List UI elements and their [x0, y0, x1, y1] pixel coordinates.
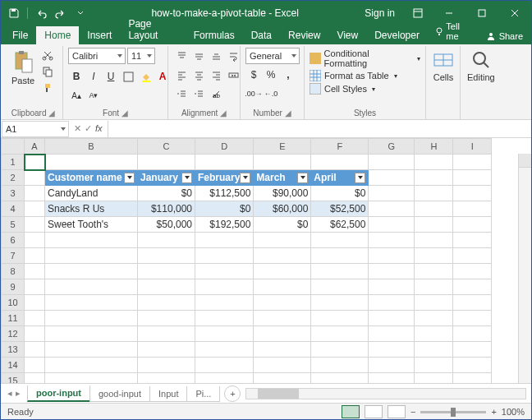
cell[interactable]: [45, 155, 138, 170]
cell[interactable]: [369, 233, 415, 248]
cell[interactable]: [415, 373, 453, 384]
row-header[interactable]: 7: [2, 248, 25, 264]
row-header[interactable]: 12: [2, 326, 25, 342]
worksheet-grid[interactable]: ABCDEFGHI12Customer nameJanuaryFebruaryM…: [1, 138, 531, 383]
cell[interactable]: Snacks R Us: [45, 201, 138, 217]
cell[interactable]: $62,500: [311, 217, 369, 233]
filter-icon[interactable]: [181, 173, 192, 183]
sheet-tab[interactable]: poor-input: [27, 385, 90, 402]
cell[interactable]: [138, 358, 195, 373]
cell[interactable]: [254, 233, 311, 248]
cell[interactable]: [311, 373, 369, 384]
font-size-combo[interactable]: 11: [127, 48, 155, 64]
cell[interactable]: [138, 342, 195, 358]
cell[interactable]: [369, 358, 415, 373]
cell[interactable]: [453, 295, 492, 311]
align-center-button[interactable]: [190, 67, 207, 83]
zoom-slider[interactable]: [420, 411, 486, 413]
vertical-scrollbar[interactable]: [518, 154, 531, 383]
cell[interactable]: [45, 233, 138, 248]
cell[interactable]: [453, 279, 492, 295]
row-header[interactable]: 2: [2, 170, 25, 186]
tab-home[interactable]: Home: [36, 26, 79, 44]
cell[interactable]: [415, 342, 453, 358]
cell[interactable]: [453, 233, 492, 248]
filter-icon[interactable]: [297, 173, 308, 183]
cell[interactable]: [311, 233, 369, 248]
row-header[interactable]: 3: [2, 186, 25, 201]
border-button[interactable]: [120, 68, 136, 85]
font-name-combo[interactable]: Calibri: [68, 48, 126, 64]
cell[interactable]: [45, 342, 138, 358]
increase-decimal-button[interactable]: .00→: [245, 85, 262, 102]
cell[interactable]: [25, 342, 45, 358]
cell[interactable]: February: [195, 170, 254, 186]
cell[interactable]: [254, 264, 311, 279]
filter-icon[interactable]: [240, 173, 250, 183]
cell[interactable]: [25, 279, 45, 295]
zoom-in-button[interactable]: +: [491, 407, 496, 417]
cell[interactable]: [415, 264, 453, 279]
view-page-break-button[interactable]: [388, 405, 406, 418]
fx-icon[interactable]: fx: [95, 123, 103, 134]
tab-formulas[interactable]: Formulas: [186, 26, 243, 44]
sheet-tab[interactable]: Pi...: [186, 386, 220, 402]
row-header[interactable]: 10: [2, 295, 25, 311]
cell[interactable]: [45, 326, 138, 342]
view-normal-button[interactable]: [342, 405, 360, 418]
cell[interactable]: [369, 264, 415, 279]
row-header[interactable]: 11: [2, 311, 25, 326]
orientation-button[interactable]: ab: [208, 85, 224, 102]
align-bottom-button[interactable]: [208, 48, 224, 64]
share-button[interactable]: Share: [478, 28, 531, 44]
zoom-out-button[interactable]: −: [410, 407, 415, 417]
cell[interactable]: [369, 295, 415, 311]
cell[interactable]: [25, 373, 45, 384]
cell[interactable]: [453, 155, 492, 170]
col-header[interactable]: E: [254, 139, 311, 155]
cell[interactable]: [453, 217, 492, 233]
sheet-tab[interactable]: Input: [149, 386, 187, 402]
comma-button[interactable]: ,: [280, 67, 296, 83]
cell[interactable]: [195, 233, 254, 248]
ribbon-options-icon[interactable]: [410, 5, 426, 21]
cell[interactable]: [453, 311, 492, 326]
cell[interactable]: $60,000: [254, 201, 311, 217]
cell[interactable]: $110,000: [138, 201, 195, 217]
cell[interactable]: [25, 358, 45, 373]
cell[interactable]: March: [254, 170, 311, 186]
row-header[interactable]: 13: [2, 342, 25, 358]
col-header[interactable]: B: [45, 139, 138, 155]
decrease-indent-button[interactable]: [173, 85, 190, 102]
tab-review[interactable]: Review: [280, 26, 328, 44]
cell[interactable]: [415, 170, 453, 186]
cell-styles-button[interactable]: Cell Styles▾: [310, 82, 375, 95]
tab-developer[interactable]: Developer: [366, 26, 428, 44]
cell[interactable]: $52,500: [311, 201, 369, 217]
cell[interactable]: [453, 170, 492, 186]
qat-customize-icon[interactable]: [72, 5, 89, 21]
copy-button[interactable]: [40, 64, 55, 79]
italic-button[interactable]: I: [85, 68, 102, 85]
shrink-font-button[interactable]: A▾: [85, 87, 102, 104]
cell[interactable]: [311, 155, 369, 170]
cell[interactable]: [453, 358, 492, 373]
cell[interactable]: [369, 311, 415, 326]
cell[interactable]: [25, 233, 45, 248]
tell-me[interactable]: Tell me: [428, 18, 478, 44]
cell[interactable]: [25, 311, 45, 326]
cell[interactable]: [195, 373, 254, 384]
cell[interactable]: [254, 358, 311, 373]
cell[interactable]: [453, 186, 492, 201]
save-icon[interactable]: [6, 5, 22, 21]
enter-formula-icon[interactable]: ✓: [85, 123, 92, 134]
paste-button[interactable]: Paste: [9, 48, 37, 87]
row-header[interactable]: 8: [2, 264, 25, 279]
cell[interactable]: [415, 311, 453, 326]
cell[interactable]: $0: [254, 217, 311, 233]
tab-file[interactable]: File: [4, 26, 36, 44]
cell[interactable]: [254, 326, 311, 342]
cut-button[interactable]: [40, 48, 55, 62]
cell[interactable]: [25, 264, 45, 279]
sign-in-link[interactable]: Sign in: [356, 7, 403, 19]
